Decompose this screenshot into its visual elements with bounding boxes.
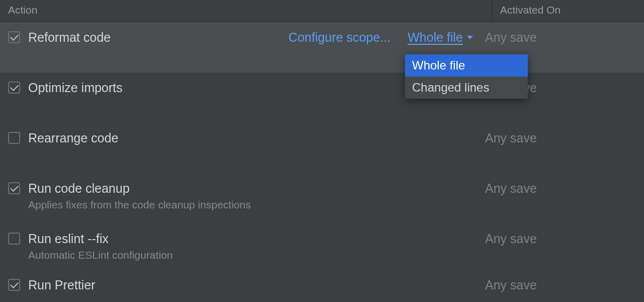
checkbox-rearrange-code[interactable] xyxy=(8,132,20,144)
action-row-reformat-code: Reformat code Configure scope... Whole f… xyxy=(0,22,644,72)
action-row-run-code-cleanup: Run code cleanup Applies fixes from the … xyxy=(0,173,644,223)
checkbox-optimize-imports[interactable] xyxy=(8,82,20,94)
checkbox-run-prettier[interactable] xyxy=(8,279,20,291)
scope-dropdown[interactable]: Whole file xyxy=(408,30,473,45)
action-label: Reformat code xyxy=(28,30,111,45)
header-activated-on: Activated On xyxy=(492,0,644,22)
action-row-rearrange-code: Rearrange code Any save xyxy=(0,123,644,173)
dropdown-option-whole-file[interactable]: Whole file xyxy=(405,54,528,77)
table-header: Action Activated On xyxy=(0,0,644,22)
checkbox-reformat-code[interactable] xyxy=(8,31,20,43)
action-description: Applies fixes from the code cleanup insp… xyxy=(28,199,485,211)
dropdown-option-changed-lines[interactable]: Changed lines xyxy=(405,77,528,99)
header-action: Action xyxy=(0,0,492,22)
activated-on-value: Any save xyxy=(485,30,636,45)
actions-on-save-table: Action Activated On Reformat code Config… xyxy=(0,0,644,302)
action-label: Rearrange code xyxy=(28,131,118,145)
action-row-run-prettier: Run Prettier Any save xyxy=(0,274,644,299)
activated-on-value: Any save xyxy=(485,131,636,145)
checkbox-run-code-cleanup[interactable] xyxy=(8,182,20,194)
activated-on-value: Any save xyxy=(485,278,636,292)
checkbox-run-eslint-fix[interactable] xyxy=(8,233,20,245)
action-label: Run Prettier xyxy=(28,278,95,292)
activated-on-value: Any save xyxy=(485,181,636,196)
action-label: Run code cleanup xyxy=(28,181,130,195)
chevron-down-icon xyxy=(467,36,473,39)
configure-scope-link[interactable]: Configure scope... xyxy=(288,30,390,45)
activated-on-value: Any save xyxy=(485,232,636,246)
action-label: Optimize imports xyxy=(28,81,123,95)
action-description: Automatic ESLint configuration xyxy=(28,249,485,261)
action-label: Run eslint --fix xyxy=(28,232,109,246)
scope-dropdown-value: Whole file xyxy=(408,30,463,45)
action-row-optimize-imports: Optimize imports Any save xyxy=(0,72,644,123)
action-row-run-eslint-fix: Run eslint --fix Automatic ESLint config… xyxy=(0,223,644,274)
scope-dropdown-menu: Whole file Changed lines xyxy=(405,54,528,99)
